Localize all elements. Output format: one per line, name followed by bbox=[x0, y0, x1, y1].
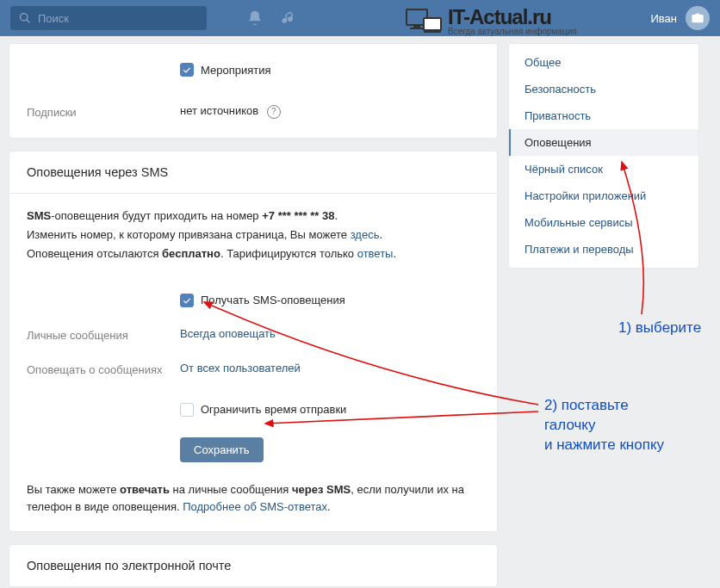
subscriptions-value: нет источников bbox=[180, 104, 258, 117]
checkbox-checked-icon bbox=[180, 63, 194, 77]
avatar bbox=[686, 6, 710, 30]
user-name: Иван bbox=[650, 12, 677, 25]
personal-messages-value[interactable]: Всегда оповещать bbox=[180, 327, 276, 340]
email-section-title: Оповещения по электронной почте bbox=[9, 545, 497, 586]
change-number-link[interactable]: здесь bbox=[351, 228, 380, 241]
limit-time-label: Ограничить время отправки bbox=[201, 401, 346, 418]
music-icon[interactable] bbox=[279, 9, 296, 27]
sidebar-item-blacklist[interactable]: Чёрный список bbox=[509, 156, 698, 183]
save-button[interactable]: Сохранить bbox=[180, 437, 264, 462]
annotation-2: 2) поставьте галочку и нажмите кнопку bbox=[544, 396, 664, 455]
bell-icon[interactable] bbox=[246, 9, 264, 27]
search-icon bbox=[19, 12, 31, 24]
watermark-subtitle: Всегда актуальная информация bbox=[448, 28, 577, 36]
annotation-1: 1) выберите bbox=[618, 319, 701, 338]
sidebar-item-security[interactable]: Безопасность bbox=[509, 76, 698, 102]
sms-info-line1: SMS-оповещения будут приходить на номер … bbox=[27, 207, 480, 225]
svg-rect-2 bbox=[410, 28, 424, 29]
watermark: IT-Actual.ru Всегда актуальная информаци… bbox=[405, 7, 577, 36]
topbar-user[interactable]: Иван bbox=[650, 6, 710, 30]
watermark-logo bbox=[405, 8, 443, 35]
sidebar-item-payments[interactable]: Платежи и переводы bbox=[509, 236, 698, 263]
checkbox-checked-icon bbox=[180, 294, 194, 307]
subscriptions-label: Подписки bbox=[27, 104, 180, 119]
receive-sms-checkbox[interactable]: Получать SMS-оповещения bbox=[180, 292, 480, 309]
notify-about-label: Оповещать о сообщениях bbox=[27, 360, 180, 379]
sidebar-item-general[interactable]: Общее bbox=[509, 49, 698, 76]
camera-icon bbox=[691, 11, 704, 25]
svg-rect-3 bbox=[424, 18, 441, 30]
help-icon[interactable]: ? bbox=[267, 105, 281, 119]
sidebar-item-notifications[interactable]: Оповещения bbox=[509, 129, 698, 156]
answers-link[interactable]: ответы bbox=[357, 247, 394, 260]
topbar: Иван bbox=[0, 0, 720, 36]
events-checkbox-label: Мероприятия bbox=[201, 64, 271, 77]
sidebar-item-privacy[interactable]: Приватность bbox=[509, 102, 698, 129]
sms-card: Оповещения через SMS SMS-оповещения буду… bbox=[9, 151, 498, 532]
sms-footer-text: Вы также можете отвечать на личные сообщ… bbox=[27, 481, 480, 516]
sidebar-item-app-settings[interactable]: Настройки приложений bbox=[509, 183, 698, 209]
topbar-icons bbox=[246, 9, 296, 27]
svg-rect-1 bbox=[413, 25, 420, 28]
events-checkbox[interactable]: Мероприятия bbox=[180, 63, 480, 77]
watermark-title: IT-Actual.ru bbox=[448, 7, 577, 28]
events-card: Мероприятия Подписки нет источников ? bbox=[9, 43, 498, 139]
limit-time-checkbox[interactable]: Ограничить время отправки bbox=[180, 401, 480, 418]
notify-about-value[interactable]: От всех пользователей bbox=[180, 362, 301, 374]
sms-answers-more-link[interactable]: Подробнее об SMS-ответах bbox=[183, 500, 327, 513]
sidebar-item-mobile[interactable]: Мобильные сервисы bbox=[509, 209, 698, 236]
sms-info-line3: Оповещения отсылаются бесплатно. Тарифиц… bbox=[27, 245, 480, 263]
sidebar-menu: Общее Безопасность Приватность Оповещени… bbox=[508, 43, 699, 269]
email-card: Оповещения по электронной почте bbox=[9, 544, 498, 587]
sms-section-title: Оповещения через SMS bbox=[9, 152, 497, 194]
search-input[interactable] bbox=[38, 12, 198, 25]
sms-info-line2: Изменить номер, к которому привязана стр… bbox=[27, 226, 480, 244]
svg-rect-4 bbox=[424, 30, 441, 33]
search-box[interactable] bbox=[10, 6, 207, 30]
personal-messages-label: Личные сообщения bbox=[27, 325, 180, 344]
checkbox-unchecked-icon bbox=[180, 403, 194, 417]
receive-sms-label: Получать SMS-оповещения bbox=[201, 292, 345, 309]
